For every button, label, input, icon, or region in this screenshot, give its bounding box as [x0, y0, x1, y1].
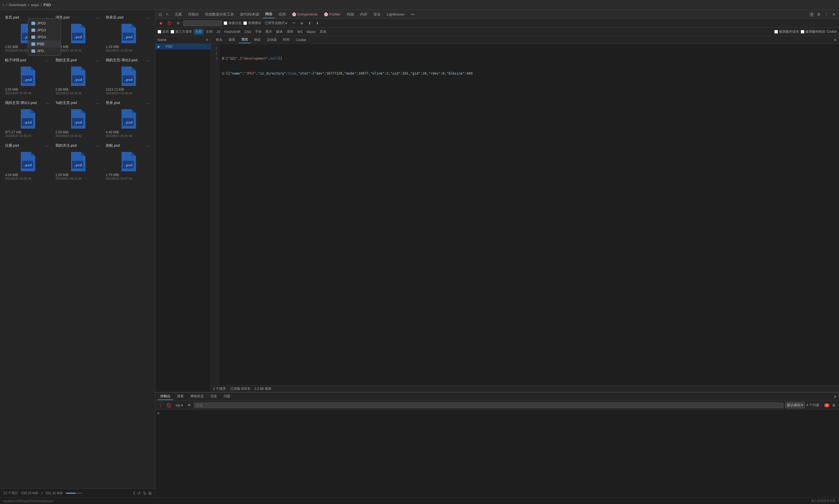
- detail-tab-payload[interactable]: 载荷: [226, 37, 238, 43]
- console-eye-icon[interactable]: 👁: [186, 402, 192, 408]
- console-tab-issues[interactable]: 问题: [221, 393, 233, 400]
- tab-security[interactable]: 安全: [371, 11, 383, 18]
- detail-close-icon[interactable]: ✕: [834, 38, 837, 42]
- more-button[interactable]: ···: [45, 100, 50, 106]
- console-gear-icon[interactable]: ⚙: [831, 402, 837, 408]
- more-button[interactable]: ···: [145, 58, 151, 63]
- filter-manifest[interactable]: 清单: [285, 29, 295, 35]
- devtools-dock-icon[interactable]: ⊡: [158, 12, 163, 17]
- export-button[interactable]: ⬇: [314, 21, 320, 26]
- more-button[interactable]: ···: [145, 143, 151, 149]
- tab-elements[interactable]: 元素: [172, 11, 185, 18]
- more-button[interactable]: ···: [95, 143, 101, 149]
- refresh-icon[interactable]: 3: [133, 491, 135, 496]
- throttle-dropdown[interactable]: 已用节流模式 ▾: [263, 20, 289, 26]
- tab-performance-insights[interactable]: 性能数据分析工具: [202, 11, 237, 18]
- blocked-requests-checkbox[interactable]: 被屏蔽的请求: [774, 30, 799, 34]
- file-item[interactable]: Ta的主页.psd ··· .psd 2.53 MiB 2023/8/23 16…: [53, 97, 103, 140]
- console-prompt-line[interactable]: ▶: [158, 411, 837, 415]
- third-party-checkbox[interactable]: 第三方请求: [171, 30, 192, 34]
- filter-all[interactable]: 全部: [194, 29, 204, 35]
- network-request-item[interactable]: ▶ PSD: [155, 44, 211, 50]
- reverse-checkbox[interactable]: 反转: [158, 30, 169, 34]
- import-button[interactable]: ⬆: [307, 21, 313, 26]
- tab-components[interactable]: 🌸 Components: [289, 11, 320, 17]
- more-button[interactable]: ···: [95, 100, 101, 106]
- console-tab-network-conditions[interactable]: 网络状况: [188, 393, 206, 400]
- file-item[interactable]: 帖子详情.psd ··· .psd 2.55 MiB 2023/8/23 16:…: [2, 55, 52, 97]
- filter-wasm[interactable]: Wasm: [305, 30, 318, 34]
- file-item[interactable]: 发帖.psd ··· .psd 1.75 MiB 2023/8/18 14:47…: [103, 140, 153, 182]
- refresh-btn[interactable]: ↺: [137, 491, 141, 496]
- file-item[interactable]: 登录后.psd ··· .psd 1.19 MiB 2023/8/23 16:3…: [103, 12, 153, 54]
- filter-js[interactable]: JS: [215, 30, 222, 34]
- console-top-dropdown[interactable]: top ▾: [174, 403, 185, 408]
- filter-fetch[interactable]: Fetch/XHR: [223, 30, 242, 34]
- dropdown-item-jpg[interactable]: JPG: [28, 48, 61, 54]
- sort-icon[interactable]: ⇅: [143, 491, 146, 496]
- more-button[interactable]: ···: [145, 15, 151, 20]
- more-button[interactable]: ···: [95, 15, 101, 20]
- tab-console[interactable]: 控制台: [185, 11, 202, 18]
- dropdown-item-jpg4[interactable]: JPG4: [28, 34, 61, 40]
- network-icon2[interactable]: ⊕: [299, 21, 305, 26]
- view-icon[interactable]: ⊞: [148, 491, 152, 496]
- file-item[interactable]: 我的主页.psd ··· .psd 2.58 MiB 2023/8/23 16:…: [53, 55, 103, 97]
- dropdown-item-jpg3[interactable]: JPG3: [28, 26, 61, 34]
- preserve-log-checkbox[interactable]: 保留日志: [224, 21, 242, 25]
- filter-doc[interactable]: 文档: [204, 29, 214, 35]
- file-item[interactable]: 注册.psd ··· .psd 4.54 MiB 2023/8/23 16:35…: [2, 140, 52, 182]
- devtools-inspect-icon[interactable]: ↖: [165, 12, 170, 17]
- file-item[interactable]: 我的关注.psd ··· .psd 1.93 MiB 2023/8/21 09:…: [53, 140, 103, 182]
- disable-cache-checkbox[interactable]: 停用缓存: [243, 21, 261, 25]
- detail-tab-headers[interactable]: 标头: [213, 37, 225, 43]
- filter-img[interactable]: 图片: [264, 29, 274, 35]
- more-icon[interactable]: ⋮: [823, 12, 829, 17]
- tab-sources[interactable]: 源代码/来源: [237, 11, 262, 18]
- file-item[interactable]: 我的主页-弹出1.psd ··· .psd 977.27 KiB 2023/8/…: [2, 97, 52, 140]
- more-button[interactable]: ···: [95, 58, 101, 63]
- breadcrumb-downloads[interactable]: Downloads: [8, 3, 27, 7]
- close-devtools-icon[interactable]: ✕: [831, 12, 837, 17]
- console-settings-icon[interactable]: ⋮: [158, 402, 164, 408]
- file-item[interactable]: 登录.psd ··· .psd 4.46 MiB 2023/8/23 16:35…: [103, 97, 153, 140]
- record-button[interactable]: ⏺: [158, 21, 164, 26]
- close-detail-icon[interactable]: ✕: [206, 38, 208, 42]
- console-tab-rendering[interactable]: 渲染: [208, 393, 220, 400]
- network-search-input[interactable]: [183, 20, 222, 26]
- console-clear-button[interactable]: 🚫: [165, 402, 172, 408]
- breadcrumb-home[interactable]: ⌂: [2, 3, 4, 7]
- dropdown-item-psd[interactable]: PSD: [28, 40, 61, 48]
- console-close-button[interactable]: ✕: [834, 395, 837, 399]
- clear-button[interactable]: 🚫: [166, 21, 173, 26]
- tab-network[interactable]: 网络: [262, 11, 275, 18]
- more-button[interactable]: ···: [145, 100, 151, 106]
- tab-performance[interactable]: 性能: [344, 11, 357, 18]
- filter-media[interactable]: 媒体: [274, 29, 284, 35]
- tab-more[interactable]: >>: [407, 11, 417, 17]
- filter-font[interactable]: 字体: [253, 29, 263, 35]
- detail-tab-response[interactable]: 响应: [251, 37, 264, 43]
- tab-memory[interactable]: 内存: [357, 11, 370, 18]
- detail-tab-cookie[interactable]: Cookie: [293, 37, 309, 43]
- console-tab-search[interactable]: 搜索: [174, 393, 187, 400]
- filter-css[interactable]: CSS: [243, 30, 253, 34]
- dropdown-item-jpg2[interactable]: JPG2: [28, 20, 61, 26]
- network-icon1[interactable]: 〜: [291, 20, 297, 26]
- blocked-cookies-checkbox[interactable]: 被屏蔽的响应 Cookie: [801, 30, 837, 34]
- breadcrumb-ways[interactable]: ways: [31, 3, 39, 7]
- filter-ws[interactable]: WS: [296, 30, 304, 34]
- filter-icon[interactable]: ⚙: [175, 21, 181, 26]
- detail-tab-initiator[interactable]: 启动器: [264, 37, 280, 43]
- issue-badge[interactable]: 4: [824, 403, 829, 407]
- console-level-dropdown[interactable]: 默认级别 ▾: [785, 402, 805, 408]
- more-button[interactable]: ···: [45, 143, 50, 149]
- detail-tab-timing[interactable]: 时间: [280, 37, 293, 43]
- more-button[interactable]: ···: [45, 58, 50, 63]
- tab-profiler[interactable]: 🌸 Profiler: [321, 11, 344, 17]
- tab-lighthouse[interactable]: Lighthouse: [384, 11, 407, 17]
- console-tab-console[interactable]: 控制台: [158, 393, 173, 400]
- filter-other[interactable]: 其他: [318, 29, 328, 35]
- console-filter-input[interactable]: [194, 402, 784, 408]
- tab-application[interactable]: 应用: [276, 11, 289, 18]
